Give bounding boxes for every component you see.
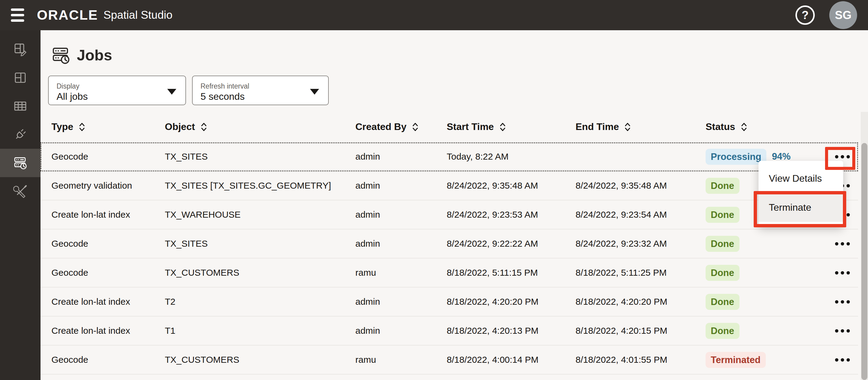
table-row[interactable]: Geometry validation TX_SITES [TX_SITES.G… — [40, 171, 858, 200]
column-header-end-time[interactable]: End Time — [576, 121, 706, 132]
display-dropdown-label: Display — [57, 82, 185, 90]
row-actions-button[interactable] — [831, 325, 854, 337]
ellipsis-icon — [835, 329, 838, 332]
ellipsis-icon — [835, 358, 838, 361]
table-row[interactable]: Create lon-lat index TX_WAREHOUSE admin … — [40, 200, 858, 229]
cell-object: TX_CUSTOMERS — [165, 267, 355, 278]
status-badge: Processing — [706, 149, 766, 165]
chevron-down-icon — [167, 89, 176, 95]
status-badge: Terminated — [706, 352, 766, 368]
sort-icon — [624, 122, 631, 132]
filters-row: Display All jobs Refresh interval 5 seco… — [48, 75, 861, 105]
ellipsis-icon — [835, 242, 838, 246]
status-badge: Done — [706, 178, 740, 194]
cell-object: T2 — [165, 296, 355, 307]
question-mark-glyph: ? — [802, 9, 808, 22]
menu-item-view-details[interactable]: View Details — [758, 164, 843, 193]
avatar[interactable]: SG — [829, 1, 857, 29]
admin-tools-icon — [13, 184, 27, 198]
column-header-object[interactable]: Object — [165, 121, 355, 132]
cell-end-time: 8/18/2022, 5:11:25 PM — [576, 267, 706, 278]
sidebar-item-jobs[interactable] — [0, 149, 40, 177]
sort-icon — [499, 122, 506, 132]
cell-created-by: admin — [355, 239, 447, 249]
cell-start-time: 8/24/2022, 9:23:53 AM — [447, 210, 576, 220]
cell-object: TX_WAREHOUSE — [165, 210, 355, 220]
cell-created-by: admin — [355, 152, 447, 162]
cell-end-time: 8/24/2022, 9:23:32 AM — [576, 239, 706, 249]
row-actions-button[interactable] — [831, 354, 854, 366]
help-icon[interactable]: ? — [796, 5, 815, 25]
hamburger-menu-icon[interactable] — [11, 8, 26, 22]
cell-end-time: 8/24/2022, 9:23:54 AM — [576, 210, 706, 220]
display-dropdown-value: All jobs — [57, 90, 185, 102]
page-header: Jobs — [40, 30, 861, 65]
menu-item-terminate[interactable]: Terminate — [758, 193, 843, 222]
table-row[interactable]: Geocode TX_SITES admin 8/24/2022, 9:22:2… — [40, 229, 858, 258]
row-actions-button[interactable] — [831, 267, 854, 279]
cell-type: Geocode — [52, 239, 165, 249]
cell-end-time: 8/18/2022, 4:20:20 PM — [576, 296, 706, 307]
cell-object: TX_SITES [TX_SITES.GC_GEOMETRY] — [165, 181, 355, 191]
avatar-initials: SG — [835, 9, 852, 22]
sort-icon — [200, 122, 207, 132]
oracle-logo: ORACLE — [37, 7, 98, 23]
datasets-icon — [13, 99, 27, 113]
status-badge: Done — [706, 323, 740, 339]
column-header-status[interactable]: Status — [706, 121, 827, 132]
column-header-start-time[interactable]: Start Time — [447, 121, 576, 132]
table-row[interactable]: Geocode TX_CUSTOMERS ramu 8/18/2022, 5:1… — [40, 258, 858, 287]
row-actions-button[interactable] — [831, 296, 854, 308]
cell-status: Terminated — [706, 352, 827, 368]
cell-type: Create lon-lat index — [52, 325, 165, 336]
cell-object: TX_CUSTOMERS — [165, 355, 355, 365]
table-body: Geocode TX_SITES admin Today, 8:22 AM Pr… — [40, 142, 858, 375]
cell-end-time: 8/24/2022, 9:35:48 AM — [576, 181, 706, 191]
progress-percent: 94% — [772, 151, 790, 162]
cell-status: Done — [706, 265, 827, 281]
page-title: Jobs — [77, 46, 112, 64]
ellipsis-icon — [835, 271, 838, 275]
cell-type: Geocode — [52, 267, 165, 278]
connections-icon — [13, 128, 27, 141]
table-row[interactable]: Create lon-lat index T1 admin 8/18/2022,… — [40, 317, 858, 346]
status-badge: Done — [706, 265, 740, 281]
table-row[interactable]: Create lon-lat index T2 admin 8/18/2022,… — [40, 287, 858, 317]
cell-end-time: 8/18/2022, 4:20:15 PM — [576, 325, 706, 336]
sidebar-item-connections[interactable] — [0, 120, 40, 149]
sidebar-item-projects[interactable] — [0, 63, 40, 92]
cell-status: Done — [706, 236, 827, 252]
cell-type: Geocode — [52, 152, 165, 162]
cell-type: Create lon-lat index — [52, 296, 165, 307]
cell-created-by: admin — [355, 181, 447, 191]
jobs-icon — [13, 156, 27, 170]
vertical-scrollbar[interactable] — [861, 112, 868, 380]
column-header-type[interactable]: Type — [52, 121, 165, 132]
cell-object: TX_SITES — [165, 239, 355, 249]
scrollbar-thumb[interactable] — [861, 143, 867, 380]
sidebar — [0, 30, 40, 380]
row-actions-button[interactable] — [831, 238, 854, 250]
refresh-interval-dropdown[interactable]: Refresh interval 5 seconds — [192, 75, 329, 105]
sidebar-item-datasets[interactable] — [0, 92, 40, 120]
table-row[interactable]: Geocode TX_SITES admin Today, 8:22 AM Pr… — [40, 142, 858, 171]
refresh-interval-label: Refresh interval — [200, 82, 328, 90]
status-badge: Done — [706, 236, 740, 252]
cell-start-time: 8/18/2022, 5:11:15 PM — [447, 267, 576, 278]
create-project-icon — [13, 42, 27, 56]
ellipsis-icon — [835, 300, 838, 304]
cell-start-time: 8/18/2022, 4:20:13 PM — [447, 325, 576, 336]
main-content: Jobs Display All jobs Refresh interval 5… — [40, 30, 861, 375]
cell-start-time: 8/18/2022, 4:00:14 PM — [447, 355, 576, 365]
column-header-created-by[interactable]: Created By — [355, 121, 447, 132]
cell-type: Geometry validation — [52, 181, 165, 191]
sidebar-item-admin-tools[interactable] — [0, 177, 40, 205]
refresh-interval-value: 5 seconds — [200, 90, 328, 102]
sidebar-item-create-project[interactable] — [0, 35, 40, 63]
cell-type: Create lon-lat index — [52, 210, 165, 220]
cell-start-time: 8/18/2022, 4:20:20 PM — [447, 296, 576, 307]
display-dropdown[interactable]: Display All jobs — [48, 75, 186, 105]
table-row[interactable]: Geocode TX_CUSTOMERS ramu 8/18/2022, 4:0… — [40, 346, 858, 375]
chevron-down-icon — [310, 89, 319, 95]
ellipsis-icon — [835, 155, 838, 158]
